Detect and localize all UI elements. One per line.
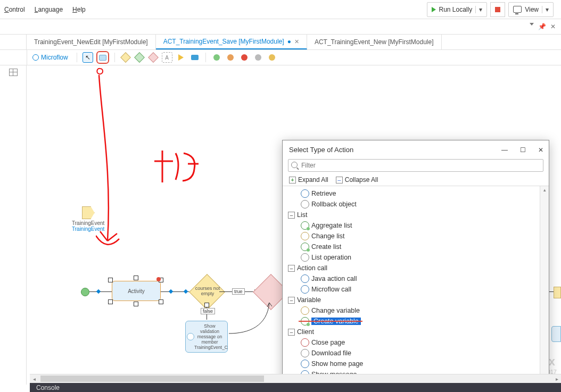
pin-icon[interactable]: 📌 — [538, 23, 546, 30]
resize-handle[interactable] — [159, 299, 163, 304]
resize-handle[interactable] — [204, 303, 209, 307]
menu-language[interactable]: Language — [35, 6, 63, 13]
closepage-icon — [301, 338, 309, 347]
camera-icon — [191, 55, 199, 60]
decision-tool[interactable] — [120, 52, 131, 63]
tree-item-mfcall[interactable]: Microflow call — [285, 284, 549, 295]
dirty-indicator: ● — [287, 38, 291, 45]
error-icon — [148, 52, 159, 63]
parameter-type: TrainingEvent — [72, 226, 104, 232]
dialog-titlebar[interactable]: Select Type of Action — ☐ ✕ — [283, 140, 549, 157]
scroll-right-icon[interactable]: ▸ — [552, 376, 561, 382]
end-icon — [227, 54, 234, 61]
tree-item-createlist[interactable]: Create list — [285, 241, 549, 252]
tree-group-list[interactable]: –List — [285, 210, 549, 220]
continue-event-tool[interactable] — [253, 52, 263, 63]
false-label: false — [201, 308, 215, 314]
close-icon[interactable]: ✕ — [550, 23, 556, 30]
tree-item-showhome[interactable]: Show home page — [285, 358, 549, 369]
tree-group-variable[interactable]: –Variable — [285, 295, 549, 305]
scroll-left-icon[interactable]: ◂ — [30, 376, 38, 382]
palette-sliver-1[interactable] — [554, 287, 561, 298]
start-event-tool[interactable] — [211, 52, 222, 63]
tree-item-download[interactable]: Download file — [285, 348, 549, 358]
resize-handle[interactable] — [134, 302, 138, 306]
error-handle[interactable] — [156, 277, 161, 281]
collapse-icon[interactable]: – — [288, 265, 295, 272]
chevron-down-icon[interactable]: ▾ — [542, 6, 549, 13]
menu-help[interactable]: Help — [72, 6, 86, 13]
stop-button[interactable] — [490, 2, 505, 17]
tree-item-closepage[interactable]: Close page — [285, 337, 549, 348]
collapse-icon[interactable]: – — [288, 297, 295, 304]
stop-icon — [495, 7, 500, 12]
error-event-tool[interactable] — [239, 52, 250, 63]
parameter-icon — [82, 206, 95, 219]
tab-act-save[interactable]: ACT_TrainingEvent_Save [MyFirstModule] ●… — [156, 35, 307, 49]
grid-icon[interactable] — [9, 69, 18, 76]
maximize-icon[interactable]: ☐ — [519, 146, 526, 154]
tree-item-changelist[interactable]: Change list — [285, 231, 549, 241]
annotation-tool[interactable]: A — [162, 52, 172, 63]
true-label: true — [232, 288, 245, 295]
resize-handle[interactable] — [108, 299, 113, 304]
vertical-scrollbar[interactable]: ▴ ▾ — [540, 186, 549, 392]
action-tree[interactable]: ▴ ▾ Retrieve Rollback object –List Aggre… — [283, 186, 549, 392]
scrollbar-thumb[interactable] — [40, 376, 264, 382]
tree-item-retrieve[interactable]: Retrieve — [285, 188, 549, 199]
pointer-tool[interactable]: ↖ — [82, 52, 93, 63]
dropdown-icon[interactable] — [530, 23, 534, 26]
changevar-icon — [301, 306, 309, 315]
flow-edge-return[interactable] — [228, 299, 276, 342]
tree-item-changevar[interactable]: Change variable — [285, 305, 549, 316]
tree-group-actioncall[interactable]: –Action call — [285, 263, 549, 273]
activity-node[interactable]: Activity — [112, 281, 161, 301]
close-icon[interactable]: ✕ — [537, 146, 544, 154]
palette-sliver-2[interactable] — [551, 326, 561, 342]
tab-close-icon[interactable]: ✕ — [294, 38, 299, 45]
menu-control[interactable]: CControlontrol — [4, 6, 25, 13]
minus-icon: – — [336, 177, 343, 184]
loop-tool[interactable] — [176, 52, 186, 63]
flow-handle[interactable] — [96, 289, 101, 294]
snapshot-tool[interactable] — [189, 52, 200, 63]
error-tool[interactable] — [148, 52, 159, 63]
console-panel[interactable]: Console — [30, 383, 561, 392]
tree-group-client[interactable]: –Client — [285, 327, 549, 337]
tab-label: ACT_TrainingEvent_Save [MyFirstModule] — [163, 38, 284, 45]
chevron-down-icon[interactable]: ▾ — [475, 6, 482, 13]
tab-act-new[interactable]: ACT_TrainingEvent_New [MyFirstModule] — [307, 35, 442, 49]
play-icon — [432, 7, 436, 12]
collapse-all-button[interactable]: –Collapse All — [336, 176, 378, 184]
end-event-tool[interactable] — [225, 52, 236, 63]
start-icon — [213, 54, 220, 61]
search-icon — [291, 162, 298, 168]
tree-item-rollback[interactable]: Rollback object — [285, 199, 549, 210]
filter-input[interactable] — [288, 159, 543, 172]
break-event-tool[interactable] — [267, 52, 277, 63]
resize-handle[interactable] — [108, 278, 113, 282]
start-event[interactable] — [81, 288, 89, 296]
parameter-training-event[interactable]: TrainingEvent TrainingEvent — [72, 206, 104, 232]
resize-handle[interactable] — [134, 276, 138, 280]
collapse-icon[interactable]: – — [288, 329, 295, 336]
expand-all-button[interactable]: +Expand All — [289, 176, 328, 184]
flow-handle[interactable] — [184, 289, 188, 294]
collapse-icon[interactable]: – — [288, 212, 295, 219]
activity-tool[interactable] — [96, 51, 109, 64]
annotation-glyph — [146, 145, 210, 193]
validation-message-node[interactable]: Show validation message on member Traini… — [185, 321, 228, 353]
flow-handle[interactable] — [169, 289, 173, 294]
view-button[interactable]: View ▾ — [508, 2, 554, 17]
run-locally-button[interactable]: Run Locally ▾ — [427, 2, 488, 17]
minimize-icon[interactable]: — — [501, 146, 508, 154]
horizontal-scrollbar[interactable]: ◂ ▸ — [30, 374, 561, 383]
tree-item-aggregate[interactable]: Aggregate list — [285, 220, 549, 231]
tree-item-listop[interactable]: List operation — [285, 252, 549, 263]
merge-icon — [134, 52, 145, 63]
tab-training-newedit[interactable]: TrainingEvent_NewEdit [MyFirstModule] — [27, 35, 156, 49]
scroll-up-icon[interactable]: ▴ — [540, 186, 549, 194]
tree-item-java[interactable]: Java action call — [285, 273, 549, 284]
merge-tool[interactable] — [134, 52, 145, 63]
listop-icon — [301, 253, 309, 262]
